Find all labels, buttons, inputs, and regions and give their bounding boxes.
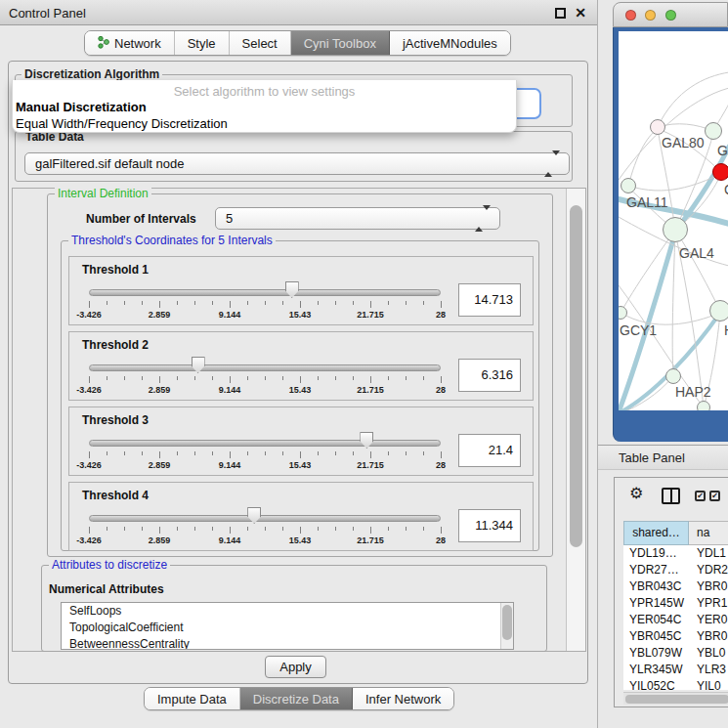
tab-select[interactable]: Select [230,31,291,55]
tab-discretize-data[interactable]: Discretize Data [240,688,353,709]
vertical-scrollbar[interactable] [566,189,585,651]
table-row[interactable]: YER054CYER0 [623,612,728,628]
list-item-selfloops[interactable]: SelfLoops [62,603,513,620]
table-row[interactable]: YBR043CYBR0 [623,578,728,595]
tick-mark [159,301,160,308]
table-row[interactable]: YLR345WYLR3 [623,662,728,678]
list-scrollbar-thumb[interactable] [502,605,512,640]
tick-mark [89,301,90,308]
tick-mark [107,376,107,380]
tick-mark [300,376,301,383]
threshold-slider-track[interactable] [89,515,441,522]
tick-mark [370,451,371,458]
table-row[interactable]: YBL079WYBL0 [623,645,728,662]
tick-mark [388,376,389,380]
tick-label: -3.426 [76,310,102,320]
node-label-h: H [724,322,728,338]
table-row[interactable]: YIL052CYIL0 [623,678,728,690]
table-data-combo[interactable]: galFiltered.sif default node [24,152,570,175]
network-node[interactable] [621,178,636,193]
horizontal-scrollbar[interactable] [623,692,728,705]
checkbox-icon[interactable]: ✔ [709,491,720,501]
threshold-label: Threshold 1 [82,263,149,277]
tab-jactivemnodules[interactable]: jActiveMNodules [390,31,510,55]
network-node[interactable] [705,122,722,140]
tick-mark [177,376,178,380]
node-label-ga: GA [717,143,728,158]
tab-style[interactable]: Style [175,31,230,55]
tick-mark [300,451,301,458]
network-node[interactable] [697,401,710,410]
column-browser-icon[interactable] [662,488,680,504]
tick-mark [107,527,107,531]
tick-mark [300,301,301,308]
tick-mark [142,527,143,531]
tick-mark [159,376,160,383]
network-node[interactable] [712,163,728,181]
tick-label: 15.43 [289,310,312,320]
table-row[interactable]: YBR045CYBR0 [623,628,728,645]
dropdown-option-manual-discretization[interactable]: Manual Discretization [16,100,147,114]
gear-icon[interactable]: ⚙ [629,484,643,502]
tab-network[interactable]: Network [85,31,175,55]
tick-mark [142,451,143,455]
column-header-shared-name[interactable]: shared… [623,521,689,545]
column-header-name[interactable]: na [689,521,728,545]
dropdown-prompt-item[interactable]: Select algorithm to view settings [13,84,516,99]
dropdown-option-equal-width-frequency[interactable]: Equal Width/Frequency Discretization [16,116,228,131]
network-canvas[interactable]: GAL80GACGAL11GAL4GCY1HHAP2 [619,31,728,410]
threshold-slider-track[interactable] [89,364,441,371]
tab-label: jActiveMNodules [403,36,497,51]
tab-impute-data[interactable]: Impute Data [145,688,240,709]
table-data-combo-value: galFiltered.sif default node [35,153,184,174]
threshold-slider-track[interactable] [89,289,441,296]
threshold-label: Threshold 2 [82,338,149,352]
threshold-value-field[interactable]: 11.344 [458,509,521,542]
tab-cyni-toolbox[interactable]: Cyni Toolbox [291,31,390,55]
tab-infer-network[interactable]: Infer Network [353,688,453,709]
tick-mark [265,376,266,380]
network-node[interactable] [709,300,728,321]
tick-mark [423,527,424,531]
mac-minimize-icon[interactable] [645,10,656,21]
close-icon[interactable]: ✕ [575,5,586,21]
number-of-intervals-spinner[interactable]: 5 [215,207,500,230]
mac-zoom-icon[interactable] [665,10,676,21]
network-node[interactable] [663,217,688,242]
table-row[interactable]: YPR145WYPR1 [623,595,728,612]
tick-mark [265,301,266,305]
interval-definition-title: Interval Definition [55,188,151,200]
table-row[interactable]: YDL19…YDL1 [623,545,728,562]
list-item-betweennesscentrality[interactable]: BetweennessCentrality [62,636,513,650]
network-node[interactable] [665,368,681,384]
threshold-slider-track[interactable] [89,440,441,447]
numerical-attributes-list[interactable]: SelfLoopsTopologicalCoefficientBetweenne… [61,602,514,650]
threshold-value-field[interactable]: 14.713 [458,283,521,317]
threshold-value-field[interactable]: 21.4 [458,434,521,467]
tick-mark [89,527,90,534]
tab-label: Cyni Toolbox [304,36,376,51]
tick-mark [406,301,407,305]
tick-mark [282,301,283,305]
tick-label: 2.859 [149,310,171,320]
tick-mark [247,527,248,531]
numerical-attributes-label: Numerical Attributes [49,582,164,596]
tick-mark [230,451,231,458]
tick-mark [89,451,90,458]
list-item-topologicalcoefficient[interactable]: TopologicalCoefficient [62,620,513,636]
network-node[interactable] [650,119,665,135]
mac-close-icon[interactable] [625,10,636,21]
table-row[interactable]: YDR27…YDR2 [623,562,728,578]
checkbox-icon[interactable]: ✔ [695,491,706,501]
apply-button[interactable]: Apply [265,656,326,678]
cell-shared-name: YIL052C [629,678,675,690]
tick-mark [370,376,371,383]
number-of-intervals-label: Number of Intervals [86,212,196,226]
list-scrollbar[interactable] [500,603,513,649]
vertical-scrollbar-thumb[interactable] [570,205,582,547]
tick-mark [194,527,195,531]
float-window-icon[interactable] [555,8,566,19]
tick-label: 21.715 [357,310,384,320]
threshold-value-field[interactable]: 6.316 [458,359,521,392]
horizontal-scrollbar-thumb[interactable] [625,695,728,704]
